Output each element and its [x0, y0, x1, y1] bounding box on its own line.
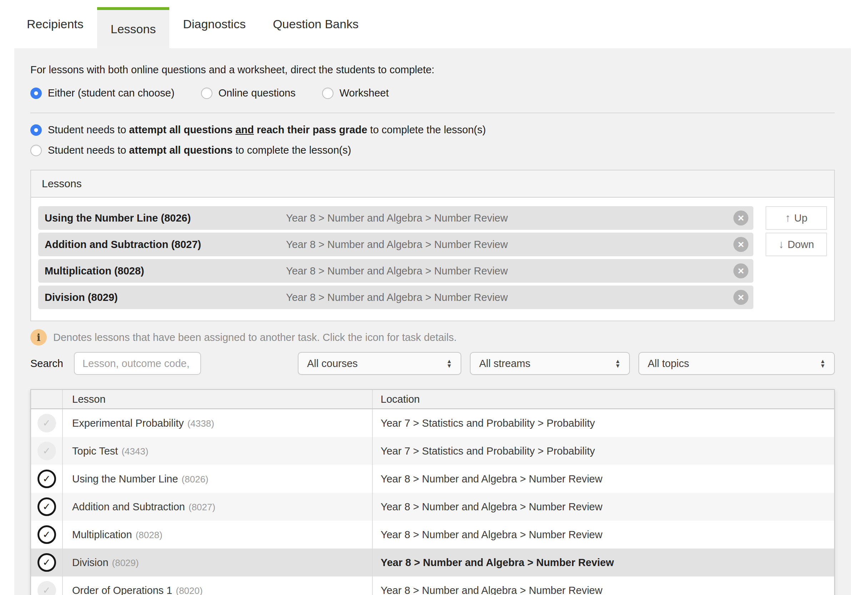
radio-selected-icon[interactable]: [30, 87, 42, 99]
panel-title: Lessons: [31, 170, 834, 198]
assigned-lessons-note: i Denotes lessons that have been assigne…: [30, 329, 835, 346]
completion-option-attempt-only: Student needs to attempt all questions t…: [30, 144, 835, 156]
lesson-code: (8027): [189, 502, 215, 512]
tab-label: Question Banks: [273, 17, 359, 31]
radio-unselected-icon[interactable]: [201, 87, 213, 99]
check-icon[interactable]: ✓: [37, 497, 56, 516]
check-icon[interactable]: ✓: [37, 414, 56, 432]
select-spinner-icon: ▲ ▼: [615, 359, 621, 368]
table-row[interactable]: ✓ Topic Test(4343) Year 7 > Statistics a…: [31, 437, 834, 465]
lesson-code: (8026): [182, 474, 208, 485]
lesson-code: (8029): [112, 558, 139, 568]
lesson-location: Year 8 > Number and Algebra > Number Rev…: [286, 265, 734, 277]
filter-select-topics[interactable]: All topics ▲ ▼: [638, 352, 835, 375]
check-icon[interactable]: ✓: [37, 469, 56, 488]
check-icon[interactable]: ✓: [37, 442, 56, 460]
check-icon[interactable]: ✓: [37, 553, 56, 572]
lesson-location: Year 7 > Statistics and Probability > Pr…: [372, 409, 834, 437]
selected-filter-value: All streams: [479, 358, 530, 370]
table-header-row: Lesson Location: [31, 390, 834, 409]
radio-option-attempt-and-pass[interactable]: Student needs to attempt all questions a…: [30, 124, 486, 136]
check-icon[interactable]: ✓: [37, 525, 56, 544]
move-down-button[interactable]: ↓ Down: [766, 232, 827, 256]
tab-lessons[interactable]: Lessons: [97, 7, 170, 48]
check-icon[interactable]: ✓: [37, 581, 56, 595]
tab-question-banks[interactable]: Question Banks: [259, 0, 372, 48]
selected-filter-value: All courses: [307, 358, 358, 370]
lesson-name: Using the Number Line (8026): [38, 212, 286, 224]
move-up-button[interactable]: ↑ Up: [766, 206, 827, 230]
lesson-code: (4338): [187, 418, 214, 429]
table-row[interactable]: ✓ Using the Number Line(8026) Year 8 > N…: [31, 465, 834, 493]
filter-select-streams[interactable]: All streams ▲ ▼: [470, 352, 630, 375]
down-arrow-icon: ↓: [778, 238, 784, 251]
location-column-header: Location: [372, 390, 834, 409]
radio-option-worksheet[interactable]: Worksheet: [322, 87, 389, 99]
selected-lesson-row: Multiplication (8028) Year 8 > Number an…: [38, 259, 753, 283]
radio-option-attempt-all[interactable]: Student needs to attempt all questions t…: [30, 144, 351, 156]
selected-lesson-row: Using the Number Line (8026) Year 8 > Nu…: [38, 206, 753, 230]
select-spinner-icon: ▲ ▼: [446, 359, 452, 368]
table-row[interactable]: ✓ Multiplication(8028) Year 8 > Number a…: [31, 521, 834, 549]
lesson-code: (4343): [121, 446, 148, 457]
lesson-name: Multiplication (8028): [38, 265, 286, 277]
section-divider: [30, 112, 835, 113]
radio-label: Student needs to attempt all questions a…: [48, 124, 486, 136]
search-input[interactable]: [74, 352, 201, 375]
radio-unselected-icon[interactable]: [30, 145, 42, 156]
lesson-location: Year 8 > Number and Algebra > Number Rev…: [372, 521, 834, 549]
radio-option-either[interactable]: Either (student can choose): [30, 87, 174, 99]
lessons-table: Lesson Location ✓ Experimental Probabili…: [30, 389, 835, 595]
lessons-tab-panel: For lessons with both online questions a…: [14, 48, 851, 595]
lesson-name: Division: [72, 557, 109, 568]
search-label: Search: [30, 358, 63, 370]
radio-label: Student needs to attempt all questions t…: [48, 144, 351, 156]
lesson-location: Year 8 > Number and Algebra > Number Rev…: [372, 576, 834, 595]
check-column-header: [31, 390, 62, 409]
lesson-code: (8028): [136, 530, 162, 540]
radio-unselected-icon[interactable]: [322, 87, 334, 99]
radio-label: Either (student can choose): [48, 87, 174, 99]
tab-bar: Recipients Lessons Diagnostics Question …: [0, 0, 868, 48]
lesson-location: Year 8 > Number and Algebra > Number Rev…: [372, 465, 834, 493]
selected-filter-value: All topics: [648, 358, 689, 370]
select-spinner-icon: ▲ ▼: [820, 359, 825, 368]
table-row[interactable]: ✓ Experimental Probability(4338) Year 7 …: [31, 409, 834, 437]
radio-label: Worksheet: [340, 87, 389, 99]
up-arrow-icon: ↑: [785, 212, 791, 224]
lesson-location: Year 8 > Number and Algebra > Number Rev…: [372, 549, 834, 576]
tab-diagnostics[interactable]: Diagnostics: [169, 0, 259, 48]
lesson-name: Using the Number Line: [72, 473, 178, 485]
search-filter-row: Search All courses ▲ ▼ All streams ▲ ▼: [30, 352, 835, 375]
remove-lesson-button[interactable]: ×: [734, 263, 748, 278]
radio-label: Online questions: [218, 87, 296, 99]
lesson-name: Addition and Subtraction (8027): [38, 239, 286, 250]
tab-label: Diagnostics: [183, 17, 246, 31]
radio-option-online-questions[interactable]: Online questions: [201, 87, 296, 99]
table-row[interactable]: ✓ Addition and Subtraction(8027) Year 8 …: [31, 493, 834, 521]
lesson-location: Year 8 > Number and Algebra > Number Rev…: [286, 212, 734, 224]
remove-lesson-button[interactable]: ×: [734, 237, 748, 252]
down-button-label: Down: [788, 239, 814, 250]
worksheet-direction-options: Either (student can choose) Online quest…: [30, 87, 835, 99]
lesson-name: Topic Test: [72, 445, 118, 457]
worksheet-direction-prompt: For lessons with both online questions a…: [30, 48, 835, 76]
completion-option-pass-grade: Student needs to attempt all questions a…: [30, 124, 835, 136]
tab-label: Lessons: [111, 22, 156, 36]
lesson-name: Experimental Probability: [72, 417, 184, 429]
tab-recipients[interactable]: Recipients: [13, 0, 97, 48]
filter-select-courses[interactable]: All courses ▲ ▼: [298, 352, 461, 375]
remove-lesson-button[interactable]: ×: [734, 210, 748, 225]
remove-lesson-button[interactable]: ×: [734, 290, 748, 305]
info-icon[interactable]: i: [30, 329, 47, 346]
radio-selected-icon[interactable]: [30, 124, 42, 136]
lesson-location: Year 8 > Number and Algebra > Number Rev…: [286, 239, 734, 250]
panel-body: Using the Number Line (8026) Year 8 > Nu…: [31, 198, 834, 321]
lesson-name: Multiplication: [72, 529, 132, 540]
selected-lesson-row: Addition and Subtraction (8027) Year 8 >…: [38, 232, 753, 256]
lesson-name: Division (8029): [38, 292, 286, 303]
selected-lesson-row: Division (8029) Year 8 > Number and Alge…: [38, 286, 753, 309]
table-row[interactable]: ✓ Division(8029) Year 8 > Number and Alg…: [31, 549, 834, 576]
filter-group: All courses ▲ ▼ All streams ▲ ▼ All to: [298, 352, 835, 375]
table-row[interactable]: ✓ Order of Operations 1(8020) Year 8 > N…: [31, 576, 834, 595]
